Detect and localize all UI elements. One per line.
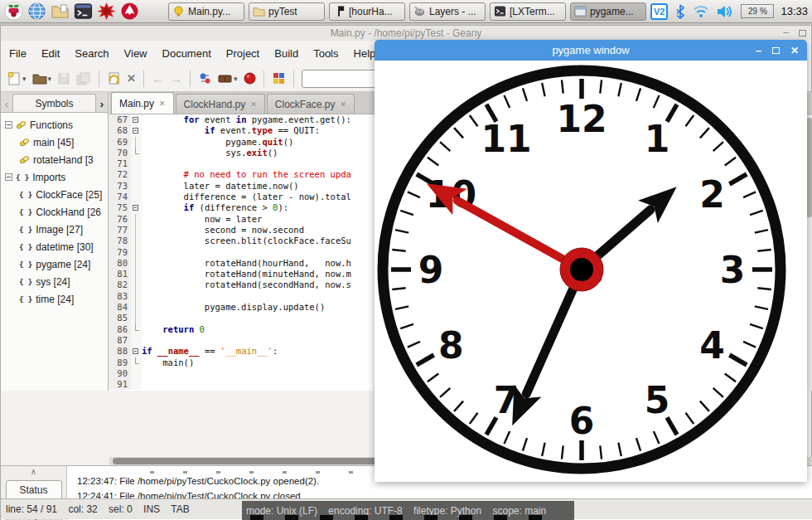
pygame-titlebar[interactable]: pygame window – ✕ bbox=[375, 40, 807, 61]
code-text: if (difference > 0): bbox=[142, 202, 288, 213]
close-tab-icon[interactable]: ✕ bbox=[250, 100, 257, 109]
line-number: 91 bbox=[109, 379, 131, 390]
symbol-label: datetime [30] bbox=[36, 241, 93, 253]
tree-expander-icon[interactable] bbox=[5, 121, 12, 129]
build-button[interactable]: ▾ bbox=[218, 69, 238, 89]
taskbar-button-main-py[interactable]: Main.py... bbox=[168, 2, 244, 21]
symbol-sys[interactable]: { }sys [24] bbox=[1, 273, 108, 290]
menu-tools[interactable]: Tools bbox=[313, 47, 338, 60]
line-number: 78 bbox=[109, 236, 131, 246]
taskbar-button-pytest[interactable]: pyTest bbox=[249, 2, 325, 21]
compile-button[interactable] bbox=[198, 69, 212, 89]
fold-margin[interactable] bbox=[131, 114, 142, 125]
menu-document[interactable]: Document bbox=[162, 47, 211, 60]
cpu-monitor[interactable]: 29 % bbox=[741, 4, 774, 18]
save-button[interactable] bbox=[57, 69, 70, 89]
minimize-icon[interactable]: – bbox=[756, 46, 761, 55]
tab-symbols[interactable]: Symbols bbox=[12, 94, 96, 112]
taskbar-button-pygame[interactable]: pygame... bbox=[570, 2, 646, 21]
tree-expander-icon[interactable] bbox=[5, 173, 12, 181]
line-number: 76 bbox=[109, 214, 131, 225]
symbol-main[interactable]: main [45] bbox=[1, 134, 108, 151]
menu-edit[interactable]: Edit bbox=[41, 47, 60, 60]
menu-help[interactable]: Help bbox=[354, 47, 376, 60]
function-icon bbox=[19, 155, 30, 164]
file-manager-icon[interactable] bbox=[51, 2, 70, 22]
sidebar-scroll-left-icon[interactable]: ‹ bbox=[1, 98, 12, 112]
wolfram-icon[interactable] bbox=[97, 2, 116, 22]
fold-margin[interactable] bbox=[131, 125, 142, 136]
symbol-time[interactable]: { }time [24] bbox=[1, 290, 108, 308]
taskbar-button-lxterm[interactable]: [LXTerm... bbox=[490, 2, 566, 21]
vnc-label: V2 bbox=[654, 7, 665, 17]
new-file-button[interactable]: ▾ bbox=[7, 69, 27, 89]
open-file-dropdown-icon[interactable]: ▾ bbox=[48, 75, 52, 83]
import-icon: { } bbox=[16, 173, 29, 182]
maximize-icon[interactable] bbox=[772, 47, 780, 54]
color-chooser-button[interactable] bbox=[272, 69, 286, 89]
open-file-button[interactable]: ▾ bbox=[32, 69, 52, 89]
navigate-back-button[interactable]: ← bbox=[152, 71, 164, 85]
web-browser-icon[interactable] bbox=[27, 2, 46, 22]
run-button[interactable] bbox=[244, 69, 256, 89]
line-number: 87 bbox=[109, 335, 131, 346]
menu-file[interactable]: File bbox=[9, 47, 27, 60]
wifi-icon[interactable] bbox=[693, 4, 709, 19]
editor-tab-clockhand-py[interactable]: ClockHand.py✕ bbox=[176, 94, 265, 114]
editor-tab-label: Main.py bbox=[119, 98, 154, 109]
bluetooth-icon[interactable] bbox=[674, 4, 686, 19]
fold-margin[interactable] bbox=[131, 346, 142, 357]
fold-margin[interactable] bbox=[131, 202, 142, 213]
revert-button[interactable] bbox=[107, 69, 121, 89]
import-icon: { } bbox=[19, 243, 32, 251]
symbol-image[interactable]: { }Image [27] bbox=[1, 221, 108, 238]
sidebar-scroll-right-icon[interactable]: › bbox=[96, 98, 108, 112]
navigate-forward-button[interactable]: → bbox=[170, 71, 182, 85]
save-all-button[interactable] bbox=[76, 69, 91, 89]
fold-margin bbox=[131, 357, 142, 368]
editor-tab-clockface-py[interactable]: ClockFace.py✕ bbox=[267, 94, 355, 114]
close-icon[interactable]: ✕ bbox=[790, 45, 799, 56]
statusbar: line: 54 / 91 col: 32 sel: 0 INS TAB mod… bbox=[1, 498, 812, 519]
taskbar-button-layers[interactable]: Layers - ... bbox=[409, 2, 486, 21]
menu-view[interactable]: View bbox=[124, 47, 147, 60]
editor-tab-main-py[interactable]: Main.py✕ bbox=[111, 92, 174, 114]
close-tab-icon[interactable]: ✕ bbox=[159, 100, 166, 108]
menu-build[interactable]: Build bbox=[274, 47, 298, 60]
clock-number-8: 8 bbox=[438, 324, 464, 367]
symbol-pygame[interactable]: { }pygame [24] bbox=[1, 255, 108, 273]
vnc-icon[interactable]: V2 bbox=[650, 3, 668, 20]
function-icon bbox=[16, 120, 27, 129]
symbol-clockface[interactable]: { }ClockFace [25] bbox=[1, 186, 108, 203]
symbol-rotatehand[interactable]: rotateHand [3 bbox=[1, 151, 108, 168]
geany-titlebar[interactable]: Main.py - /home/pi/pyTest - Geany – bbox=[1, 26, 811, 41]
new-file-dropdown-icon[interactable]: ▾ bbox=[22, 75, 27, 83]
line-number: 81 bbox=[109, 269, 131, 279]
tab-status[interactable]: Status bbox=[6, 480, 62, 500]
volume-icon[interactable] bbox=[716, 4, 734, 19]
close-tab-icon[interactable]: ✕ bbox=[341, 100, 347, 109]
symbol-label: main [45] bbox=[33, 137, 74, 148]
menu-search[interactable]: Search bbox=[75, 47, 109, 60]
import-icon: { } bbox=[19, 191, 32, 199]
symbol-datetime[interactable]: { }datetime [30] bbox=[1, 238, 108, 255]
panel-scroll-up-icon[interactable]: ∧ bbox=[31, 468, 36, 476]
line-number: 70 bbox=[109, 148, 131, 158]
terminal-icon[interactable] bbox=[74, 2, 93, 22]
taskbar-clock[interactable]: 13:33 bbox=[781, 5, 808, 17]
import-icon: { } bbox=[19, 295, 32, 304]
symbol-clockhand[interactable]: { }ClockHand [26 bbox=[1, 203, 108, 221]
symbol-imports[interactable]: { }Imports bbox=[1, 168, 108, 186]
mathematica-icon[interactable] bbox=[120, 2, 139, 22]
raspberry-menu-icon[interactable] bbox=[4, 2, 23, 22]
fold-margin bbox=[131, 269, 142, 279]
symbol-functions[interactable]: Functions bbox=[1, 116, 108, 134]
close-file-button[interactable]: ✕ bbox=[127, 72, 136, 85]
build-dropdown-icon[interactable]: ▾ bbox=[234, 75, 238, 83]
scrollbar-thumb[interactable] bbox=[806, 118, 812, 217]
symbol-label: Image [27] bbox=[36, 224, 83, 236]
menu-project[interactable]: Project bbox=[226, 47, 259, 60]
maximize-icon[interactable] bbox=[799, 30, 806, 36]
taskbar-button-hourha[interactable]: [hourHa... bbox=[329, 2, 405, 21]
minimize-icon[interactable]: – bbox=[783, 27, 789, 38]
